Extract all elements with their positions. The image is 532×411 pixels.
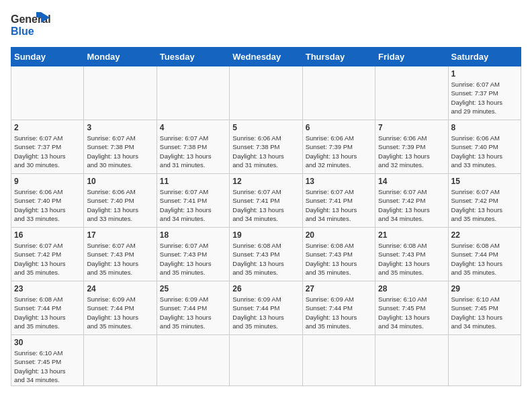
day-info: Sunrise: 6:07 AM Sunset: 7:42 PM Dayligh… <box>378 187 445 223</box>
calendar-day-6: 6Sunrise: 6:06 AM Sunset: 7:39 PM Daylig… <box>302 120 375 174</box>
day-number: 15 <box>451 177 518 186</box>
day-info: Sunrise: 6:09 AM Sunset: 7:44 PM Dayligh… <box>306 295 372 330</box>
empty-cell <box>375 66 448 120</box>
day-number: 9 <box>14 177 81 186</box>
day-number: 18 <box>160 230 226 240</box>
day-info: Sunrise: 6:06 AM Sunset: 7:40 PM Dayligh… <box>14 187 81 223</box>
empty-cell <box>230 66 302 120</box>
calendar-day-10: 10Sunrise: 6:06 AM Sunset: 7:40 PM Dayli… <box>84 174 157 228</box>
empty-cell <box>84 66 157 120</box>
day-info: Sunrise: 6:07 AM Sunset: 7:43 PM Dayligh… <box>87 241 153 277</box>
day-info: Sunrise: 6:07 AM Sunset: 7:38 PM Dayligh… <box>87 134 153 169</box>
day-info: Sunrise: 6:07 AM Sunset: 7:38 PM Dayligh… <box>160 134 226 169</box>
calendar-day-4: 4Sunrise: 6:07 AM Sunset: 7:38 PM Daylig… <box>157 120 229 174</box>
day-number: 25 <box>160 284 226 293</box>
day-number: 20 <box>306 230 372 240</box>
day-number: 14 <box>378 177 445 186</box>
day-number: 24 <box>87 284 153 293</box>
logo: GeneralBlue <box>11 11 51 39</box>
day-number: 30 <box>14 338 81 347</box>
logo-svg: GeneralBlue <box>11 11 51 39</box>
day-number: 27 <box>306 284 372 293</box>
day-number: 12 <box>232 177 299 186</box>
day-info: Sunrise: 6:10 AM Sunset: 7:45 PM Dayligh… <box>14 349 81 384</box>
day-info: Sunrise: 6:06 AM Sunset: 7:40 PM Dayligh… <box>87 187 153 223</box>
calendar-day-20: 20Sunrise: 6:08 AM Sunset: 7:43 PM Dayli… <box>302 228 375 281</box>
day-number: 11 <box>160 177 226 186</box>
page-header: GeneralBlue <box>11 11 521 39</box>
calendar-day-27: 27Sunrise: 6:09 AM Sunset: 7:44 PM Dayli… <box>302 281 375 335</box>
day-number: 2 <box>14 123 81 132</box>
calendar-week-row: 2Sunrise: 6:07 AM Sunset: 7:37 PM Daylig… <box>11 120 521 174</box>
calendar-day-14: 14Sunrise: 6:07 AM Sunset: 7:42 PM Dayli… <box>375 174 448 228</box>
weekday-header-friday: Friday <box>375 48 448 66</box>
calendar-day-21: 21Sunrise: 6:08 AM Sunset: 7:43 PM Dayli… <box>375 228 448 281</box>
calendar-day-28: 28Sunrise: 6:10 AM Sunset: 7:45 PM Dayli… <box>375 281 448 335</box>
day-info: Sunrise: 6:07 AM Sunset: 7:37 PM Dayligh… <box>451 80 518 116</box>
day-number: 10 <box>87 177 153 186</box>
empty-cell <box>84 335 157 386</box>
calendar-day-19: 19Sunrise: 6:08 AM Sunset: 7:43 PM Dayli… <box>230 228 302 281</box>
day-info: Sunrise: 6:06 AM Sunset: 7:39 PM Dayligh… <box>306 134 372 169</box>
empty-cell <box>11 66 84 120</box>
day-number: 16 <box>14 230 81 240</box>
calendar-day-26: 26Sunrise: 6:09 AM Sunset: 7:44 PM Dayli… <box>230 281 302 335</box>
day-info: Sunrise: 6:10 AM Sunset: 7:45 PM Dayligh… <box>451 295 518 330</box>
calendar-day-9: 9Sunrise: 6:06 AM Sunset: 7:40 PM Daylig… <box>11 174 84 228</box>
calendar-week-row: 30Sunrise: 6:10 AM Sunset: 7:45 PM Dayli… <box>11 335 521 386</box>
day-number: 21 <box>378 230 445 240</box>
weekday-header-thursday: Thursday <box>302 48 375 66</box>
day-number: 1 <box>451 69 518 79</box>
day-info: Sunrise: 6:07 AM Sunset: 7:42 PM Dayligh… <box>451 187 518 223</box>
day-info: Sunrise: 6:07 AM Sunset: 7:42 PM Dayligh… <box>14 241 81 277</box>
day-info: Sunrise: 6:08 AM Sunset: 7:43 PM Dayligh… <box>378 241 445 277</box>
calendar-day-15: 15Sunrise: 6:07 AM Sunset: 7:42 PM Dayli… <box>448 174 521 228</box>
day-number: 13 <box>306 177 372 186</box>
day-info: Sunrise: 6:06 AM Sunset: 7:38 PM Dayligh… <box>232 134 299 169</box>
day-number: 22 <box>451 230 518 240</box>
calendar-day-30: 30Sunrise: 6:10 AM Sunset: 7:45 PM Dayli… <box>11 335 84 386</box>
calendar-table: SundayMondayTuesdayWednesdayThursdayFrid… <box>11 47 521 386</box>
calendar-day-17: 17Sunrise: 6:07 AM Sunset: 7:43 PM Dayli… <box>84 228 157 281</box>
calendar-day-11: 11Sunrise: 6:07 AM Sunset: 7:41 PM Dayli… <box>157 174 229 228</box>
calendar-week-row: 9Sunrise: 6:06 AM Sunset: 7:40 PM Daylig… <box>11 174 521 228</box>
calendar-day-23: 23Sunrise: 6:08 AM Sunset: 7:44 PM Dayli… <box>11 281 84 335</box>
empty-cell <box>302 335 375 386</box>
day-info: Sunrise: 6:09 AM Sunset: 7:44 PM Dayligh… <box>87 295 153 330</box>
empty-cell <box>230 335 302 386</box>
calendar-day-3: 3Sunrise: 6:07 AM Sunset: 7:38 PM Daylig… <box>84 120 157 174</box>
calendar-day-12: 12Sunrise: 6:07 AM Sunset: 7:41 PM Dayli… <box>230 174 302 228</box>
weekday-header-tuesday: Tuesday <box>157 48 229 66</box>
day-info: Sunrise: 6:07 AM Sunset: 7:41 PM Dayligh… <box>232 187 299 223</box>
day-info: Sunrise: 6:09 AM Sunset: 7:44 PM Dayligh… <box>232 295 299 330</box>
calendar-day-22: 22Sunrise: 6:08 AM Sunset: 7:44 PM Dayli… <box>448 228 521 281</box>
day-info: Sunrise: 6:07 AM Sunset: 7:37 PM Dayligh… <box>14 134 81 169</box>
calendar-day-2: 2Sunrise: 6:07 AM Sunset: 7:37 PM Daylig… <box>11 120 84 174</box>
weekday-header-saturday: Saturday <box>448 48 521 66</box>
day-info: Sunrise: 6:06 AM Sunset: 7:39 PM Dayligh… <box>378 134 445 169</box>
calendar-day-5: 5Sunrise: 6:06 AM Sunset: 7:38 PM Daylig… <box>230 120 302 174</box>
empty-cell <box>157 66 229 120</box>
empty-cell <box>375 335 448 386</box>
weekday-header-wednesday: Wednesday <box>230 48 302 66</box>
day-info: Sunrise: 6:08 AM Sunset: 7:44 PM Dayligh… <box>451 241 518 277</box>
empty-cell <box>157 335 229 386</box>
calendar-day-8: 8Sunrise: 6:06 AM Sunset: 7:40 PM Daylig… <box>448 120 521 174</box>
day-number: 3 <box>87 123 153 132</box>
day-info: Sunrise: 6:08 AM Sunset: 7:44 PM Dayligh… <box>14 295 81 330</box>
day-number: 5 <box>232 123 299 132</box>
day-info: Sunrise: 6:10 AM Sunset: 7:45 PM Dayligh… <box>378 295 445 330</box>
calendar-day-29: 29Sunrise: 6:10 AM Sunset: 7:45 PM Dayli… <box>448 281 521 335</box>
day-info: Sunrise: 6:09 AM Sunset: 7:44 PM Dayligh… <box>160 295 226 330</box>
day-number: 4 <box>160 123 226 132</box>
calendar-day-7: 7Sunrise: 6:06 AM Sunset: 7:39 PM Daylig… <box>375 120 448 174</box>
day-number: 8 <box>451 123 518 132</box>
day-info: Sunrise: 6:08 AM Sunset: 7:43 PM Dayligh… <box>306 241 372 277</box>
calendar-day-18: 18Sunrise: 6:07 AM Sunset: 7:43 PM Dayli… <box>157 228 229 281</box>
day-number: 29 <box>451 284 518 293</box>
weekday-header-sunday: Sunday <box>11 48 84 66</box>
day-info: Sunrise: 6:07 AM Sunset: 7:41 PM Dayligh… <box>306 187 372 223</box>
day-number: 7 <box>378 123 445 132</box>
empty-cell <box>302 66 375 120</box>
day-number: 6 <box>306 123 372 132</box>
